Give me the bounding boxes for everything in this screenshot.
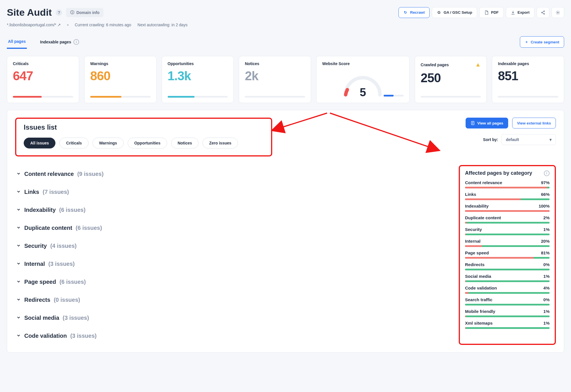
- pdf-label: PDF: [491, 10, 499, 15]
- issue-row-3[interactable]: Duplicate content (6 issues): [15, 219, 447, 237]
- chevron-down-icon: [16, 207, 21, 213]
- affected-title: Affected pages by category: [465, 170, 532, 176]
- issues-column: Content relevance (9 issues)Links (7 iss…: [15, 165, 447, 345]
- affected-row-10[interactable]: Search traffic0%: [465, 297, 550, 305]
- affected-name: Redirects: [465, 262, 484, 267]
- sort-value: default: [506, 137, 519, 142]
- affected-name: Duplicate content: [465, 215, 501, 220]
- affected-name: Search traffic: [465, 297, 492, 302]
- issues-filter-box: Issues list All issues Criticals Warning…: [15, 118, 272, 156]
- pdf-button[interactable]: PDF: [479, 7, 504, 18]
- affected-pct: 100%: [539, 204, 550, 208]
- affected-row-5[interactable]: Internal20%: [465, 239, 550, 247]
- sort-select[interactable]: default ▾: [502, 134, 556, 145]
- affected-bar: [465, 210, 550, 212]
- affected-name: Code validation: [465, 286, 497, 290]
- affected-pct: 1%: [543, 321, 550, 325]
- domain-link[interactable]: *.lisbonlisboaportugal.com/* ↗: [7, 23, 61, 27]
- issue-row-5[interactable]: Internal (3 issues): [15, 255, 447, 273]
- filter-criticals[interactable]: Criticals: [59, 138, 88, 148]
- filter-warnings[interactable]: Warnings: [93, 138, 124, 148]
- page-title: Site Audit: [7, 7, 52, 18]
- affected-row-3[interactable]: Duplicate content2%: [465, 215, 550, 224]
- filter-all-issues[interactable]: All issues: [24, 138, 55, 148]
- affected-row-6[interactable]: Page speed81%: [465, 250, 550, 259]
- affected-row-7[interactable]: Redirects0%: [465, 262, 550, 270]
- issue-name: Code validation: [24, 333, 67, 339]
- affected-bar: [465, 315, 550, 317]
- issue-row-4[interactable]: Security (4 issues): [15, 237, 447, 255]
- issue-row-7[interactable]: Redirects (0 issues): [15, 291, 447, 309]
- affected-bar: [465, 222, 550, 224]
- domain-info-chip[interactable]: ⓘ Domain info: [66, 8, 103, 17]
- issue-count: (0 issues): [54, 297, 80, 303]
- issue-name: Duplicate content: [24, 225, 72, 231]
- filter-notices[interactable]: Notices: [171, 138, 199, 148]
- affected-pct: 4%: [543, 286, 550, 290]
- chevron-down-icon: [16, 225, 21, 231]
- stat-notices[interactable]: Notices 2k: [239, 56, 311, 103]
- refresh-icon: ↻: [403, 10, 408, 15]
- tab-all-pages[interactable]: All pages: [7, 35, 27, 49]
- domain-info-label: Domain info: [76, 10, 99, 15]
- crawl-time: Current crawling: 6 minutes ago: [75, 23, 131, 27]
- affected-bar: [465, 269, 550, 270]
- stat-warnings[interactable]: Warnings 860: [84, 56, 157, 103]
- chevron-down-icon: [16, 315, 21, 321]
- affected-row-2[interactable]: Indexability100%: [465, 204, 550, 212]
- create-segment-label: Create segment: [531, 40, 559, 44]
- tab-indexable-pages[interactable]: Indexable pages i: [39, 35, 80, 49]
- stat-notices-value: 2k: [245, 69, 305, 83]
- filter-zero-issues[interactable]: Zero issues: [203, 138, 238, 148]
- issue-row-2[interactable]: Indexability (6 issues): [15, 201, 447, 219]
- stat-crawled-label: Crawled pages: [421, 63, 449, 67]
- affected-row-11[interactable]: Mobile friendly1%: [465, 309, 550, 317]
- help-icon[interactable]: ?: [56, 9, 62, 16]
- stat-criticals[interactable]: Criticals 647: [7, 56, 79, 103]
- info-icon[interactable]: i: [73, 39, 79, 45]
- recrawl-button[interactable]: ↻ Recrawl: [398, 7, 430, 18]
- affected-name: Mobile friendly: [465, 309, 495, 314]
- chevron-down-icon: [16, 171, 21, 177]
- stat-indexable[interactable]: Indexable pages 851: [492, 56, 564, 103]
- create-segment-button[interactable]: ＋ Create segment: [520, 36, 564, 48]
- stat-warnings-value: 860: [90, 69, 151, 83]
- recrawl-label: Recrawl: [410, 10, 425, 15]
- issue-count: (3 issues): [70, 333, 97, 339]
- issue-row-0[interactable]: Content relevance (9 issues): [15, 165, 447, 183]
- affected-bar: [465, 245, 550, 247]
- issue-row-1[interactable]: Links (7 issues): [15, 183, 447, 201]
- export-label: Export: [518, 10, 530, 15]
- view-external-links-button[interactable]: View external links: [512, 118, 556, 128]
- issue-row-6[interactable]: Page speed (6 issues): [15, 273, 447, 291]
- stat-indexable-label: Indexable pages: [498, 61, 558, 66]
- export-button[interactable]: Export: [506, 7, 534, 18]
- settings-button[interactable]: [552, 7, 564, 18]
- affected-pct: 66%: [541, 192, 550, 197]
- stat-opportunities-value: 1.3k: [168, 69, 228, 83]
- affected-name: Xml sitemaps: [465, 321, 493, 325]
- filter-opportunities[interactable]: Opportunities: [128, 138, 167, 148]
- affected-row-4[interactable]: Security1%: [465, 227, 550, 235]
- issue-row-8[interactable]: Social media (3 issues): [15, 309, 447, 327]
- affected-pct: 1%: [543, 227, 550, 232]
- affected-row-0[interactable]: Content relevance97%: [465, 180, 550, 188]
- stat-opportunities[interactable]: Opportunities 1.3k: [162, 56, 234, 103]
- ga-gsc-button[interactable]: G GA / GSC Setup: [432, 7, 477, 18]
- stat-website-score[interactable]: Website Score 5: [316, 56, 410, 103]
- share-button[interactable]: [537, 7, 549, 18]
- issue-count: (3 issues): [63, 315, 89, 321]
- affected-row-12[interactable]: Xml sitemaps1%: [465, 321, 550, 329]
- info-icon[interactable]: i: [544, 170, 550, 176]
- view-all-pages-button[interactable]: View all pages: [466, 118, 508, 128]
- issue-row-9[interactable]: Code validation (3 issues): [15, 327, 447, 345]
- affected-row-1[interactable]: Links66%: [465, 192, 550, 200]
- affected-row-9[interactable]: Code validation4%: [465, 286, 550, 294]
- issue-count: (6 issues): [76, 225, 102, 231]
- issues-title: Issues list: [24, 123, 264, 131]
- affected-row-8[interactable]: Social media1%: [465, 274, 550, 282]
- affected-pct: 0%: [543, 262, 550, 267]
- chevron-down-icon: [16, 279, 21, 285]
- stat-warnings-label: Warnings: [90, 61, 151, 66]
- stat-crawled[interactable]: Crawled pages ▲ 250: [415, 56, 487, 103]
